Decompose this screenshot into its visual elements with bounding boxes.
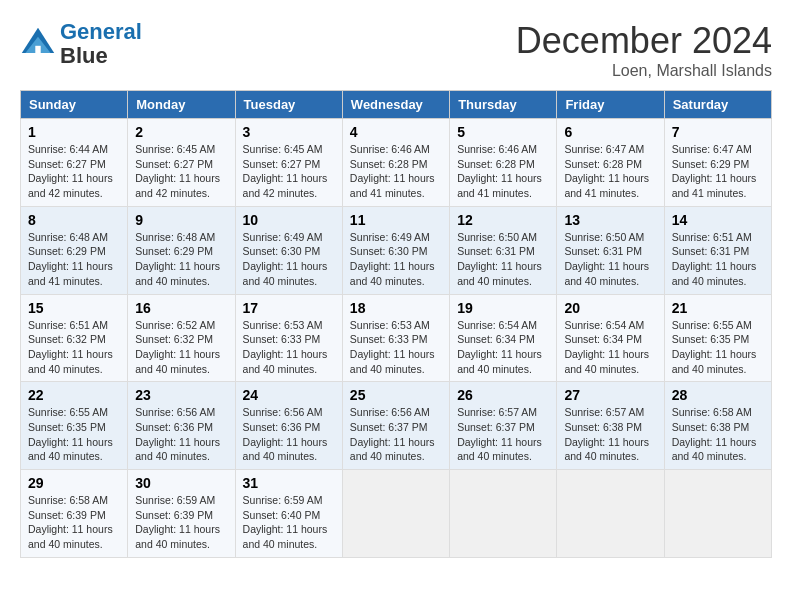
- calendar-week-row: 29 Sunrise: 6:58 AM Sunset: 6:39 PM Dayl…: [21, 470, 772, 558]
- calendar-week-row: 1 Sunrise: 6:44 AM Sunset: 6:27 PM Dayli…: [21, 119, 772, 207]
- day-info: Sunrise: 6:47 AM Sunset: 6:29 PM Dayligh…: [672, 142, 764, 201]
- day-number: 5: [457, 124, 549, 140]
- day-number: 14: [672, 212, 764, 228]
- calendar-cell: [557, 470, 664, 558]
- location: Loen, Marshall Islands: [516, 62, 772, 80]
- calendar-cell: 22 Sunrise: 6:55 AM Sunset: 6:35 PM Dayl…: [21, 382, 128, 470]
- weekday-header-cell: Friday: [557, 91, 664, 119]
- day-info: Sunrise: 6:55 AM Sunset: 6:35 PM Dayligh…: [672, 318, 764, 377]
- day-number: 2: [135, 124, 227, 140]
- weekday-header-row: SundayMondayTuesdayWednesdayThursdayFrid…: [21, 91, 772, 119]
- calendar-cell: 3 Sunrise: 6:45 AM Sunset: 6:27 PM Dayli…: [235, 119, 342, 207]
- calendar-cell: 11 Sunrise: 6:49 AM Sunset: 6:30 PM Dayl…: [342, 206, 449, 294]
- page-header: General Blue December 2024 Loen, Marshal…: [20, 20, 772, 80]
- calendar-cell: 12 Sunrise: 6:50 AM Sunset: 6:31 PM Dayl…: [450, 206, 557, 294]
- day-info: Sunrise: 6:46 AM Sunset: 6:28 PM Dayligh…: [350, 142, 442, 201]
- calendar-cell: 9 Sunrise: 6:48 AM Sunset: 6:29 PM Dayli…: [128, 206, 235, 294]
- day-number: 19: [457, 300, 549, 316]
- day-number: 16: [135, 300, 227, 316]
- calendar-week-row: 15 Sunrise: 6:51 AM Sunset: 6:32 PM Dayl…: [21, 294, 772, 382]
- logo-line2: Blue: [60, 44, 142, 68]
- month-title: December 2024: [516, 20, 772, 62]
- day-info: Sunrise: 6:53 AM Sunset: 6:33 PM Dayligh…: [350, 318, 442, 377]
- day-info: Sunrise: 6:56 AM Sunset: 6:37 PM Dayligh…: [350, 405, 442, 464]
- day-number: 26: [457, 387, 549, 403]
- title-section: December 2024 Loen, Marshall Islands: [516, 20, 772, 80]
- day-info: Sunrise: 6:57 AM Sunset: 6:37 PM Dayligh…: [457, 405, 549, 464]
- day-number: 20: [564, 300, 656, 316]
- calendar-cell: 20 Sunrise: 6:54 AM Sunset: 6:34 PM Dayl…: [557, 294, 664, 382]
- calendar-cell: 8 Sunrise: 6:48 AM Sunset: 6:29 PM Dayli…: [21, 206, 128, 294]
- day-info: Sunrise: 6:58 AM Sunset: 6:39 PM Dayligh…: [28, 493, 120, 552]
- calendar-cell: [450, 470, 557, 558]
- day-info: Sunrise: 6:55 AM Sunset: 6:35 PM Dayligh…: [28, 405, 120, 464]
- calendar-cell: 4 Sunrise: 6:46 AM Sunset: 6:28 PM Dayli…: [342, 119, 449, 207]
- day-info: Sunrise: 6:48 AM Sunset: 6:29 PM Dayligh…: [135, 230, 227, 289]
- day-number: 28: [672, 387, 764, 403]
- day-number: 3: [243, 124, 335, 140]
- calendar-cell: 13 Sunrise: 6:50 AM Sunset: 6:31 PM Dayl…: [557, 206, 664, 294]
- day-number: 21: [672, 300, 764, 316]
- calendar-cell: 25 Sunrise: 6:56 AM Sunset: 6:37 PM Dayl…: [342, 382, 449, 470]
- day-number: 7: [672, 124, 764, 140]
- calendar-cell: [664, 470, 771, 558]
- logo-line1: General: [60, 19, 142, 44]
- calendar-table: SundayMondayTuesdayWednesdayThursdayFrid…: [20, 90, 772, 558]
- day-number: 30: [135, 475, 227, 491]
- calendar-cell: 19 Sunrise: 6:54 AM Sunset: 6:34 PM Dayl…: [450, 294, 557, 382]
- weekday-header-cell: Saturday: [664, 91, 771, 119]
- day-info: Sunrise: 6:52 AM Sunset: 6:32 PM Dayligh…: [135, 318, 227, 377]
- calendar-cell: 30 Sunrise: 6:59 AM Sunset: 6:39 PM Dayl…: [128, 470, 235, 558]
- day-number: 25: [350, 387, 442, 403]
- calendar-cell: [342, 470, 449, 558]
- day-info: Sunrise: 6:49 AM Sunset: 6:30 PM Dayligh…: [243, 230, 335, 289]
- svg-rect-2: [35, 46, 40, 53]
- logo-icon: [20, 26, 56, 62]
- day-number: 10: [243, 212, 335, 228]
- day-info: Sunrise: 6:57 AM Sunset: 6:38 PM Dayligh…: [564, 405, 656, 464]
- calendar-body: 1 Sunrise: 6:44 AM Sunset: 6:27 PM Dayli…: [21, 119, 772, 558]
- day-number: 6: [564, 124, 656, 140]
- weekday-header-cell: Sunday: [21, 91, 128, 119]
- day-number: 4: [350, 124, 442, 140]
- day-info: Sunrise: 6:46 AM Sunset: 6:28 PM Dayligh…: [457, 142, 549, 201]
- day-number: 17: [243, 300, 335, 316]
- calendar-cell: 24 Sunrise: 6:56 AM Sunset: 6:36 PM Dayl…: [235, 382, 342, 470]
- calendar-week-row: 22 Sunrise: 6:55 AM Sunset: 6:35 PM Dayl…: [21, 382, 772, 470]
- day-info: Sunrise: 6:45 AM Sunset: 6:27 PM Dayligh…: [135, 142, 227, 201]
- day-number: 23: [135, 387, 227, 403]
- weekday-header-cell: Thursday: [450, 91, 557, 119]
- day-info: Sunrise: 6:58 AM Sunset: 6:38 PM Dayligh…: [672, 405, 764, 464]
- day-info: Sunrise: 6:54 AM Sunset: 6:34 PM Dayligh…: [564, 318, 656, 377]
- day-number: 8: [28, 212, 120, 228]
- day-info: Sunrise: 6:50 AM Sunset: 6:31 PM Dayligh…: [457, 230, 549, 289]
- day-info: Sunrise: 6:50 AM Sunset: 6:31 PM Dayligh…: [564, 230, 656, 289]
- calendar-cell: 29 Sunrise: 6:58 AM Sunset: 6:39 PM Dayl…: [21, 470, 128, 558]
- weekday-header-cell: Tuesday: [235, 91, 342, 119]
- calendar-cell: 23 Sunrise: 6:56 AM Sunset: 6:36 PM Dayl…: [128, 382, 235, 470]
- day-number: 15: [28, 300, 120, 316]
- calendar-cell: 5 Sunrise: 6:46 AM Sunset: 6:28 PM Dayli…: [450, 119, 557, 207]
- day-info: Sunrise: 6:49 AM Sunset: 6:30 PM Dayligh…: [350, 230, 442, 289]
- day-info: Sunrise: 6:59 AM Sunset: 6:39 PM Dayligh…: [135, 493, 227, 552]
- day-number: 12: [457, 212, 549, 228]
- calendar-cell: 26 Sunrise: 6:57 AM Sunset: 6:37 PM Dayl…: [450, 382, 557, 470]
- day-number: 11: [350, 212, 442, 228]
- day-info: Sunrise: 6:45 AM Sunset: 6:27 PM Dayligh…: [243, 142, 335, 201]
- calendar-cell: 18 Sunrise: 6:53 AM Sunset: 6:33 PM Dayl…: [342, 294, 449, 382]
- day-number: 24: [243, 387, 335, 403]
- weekday-header-cell: Monday: [128, 91, 235, 119]
- day-number: 31: [243, 475, 335, 491]
- calendar-cell: 28 Sunrise: 6:58 AM Sunset: 6:38 PM Dayl…: [664, 382, 771, 470]
- day-info: Sunrise: 6:47 AM Sunset: 6:28 PM Dayligh…: [564, 142, 656, 201]
- calendar-cell: 2 Sunrise: 6:45 AM Sunset: 6:27 PM Dayli…: [128, 119, 235, 207]
- calendar-cell: 31 Sunrise: 6:59 AM Sunset: 6:40 PM Dayl…: [235, 470, 342, 558]
- calendar-cell: 14 Sunrise: 6:51 AM Sunset: 6:31 PM Dayl…: [664, 206, 771, 294]
- day-info: Sunrise: 6:54 AM Sunset: 6:34 PM Dayligh…: [457, 318, 549, 377]
- calendar-cell: 27 Sunrise: 6:57 AM Sunset: 6:38 PM Dayl…: [557, 382, 664, 470]
- calendar-cell: 15 Sunrise: 6:51 AM Sunset: 6:32 PM Dayl…: [21, 294, 128, 382]
- weekday-header-cell: Wednesday: [342, 91, 449, 119]
- day-info: Sunrise: 6:51 AM Sunset: 6:32 PM Dayligh…: [28, 318, 120, 377]
- calendar-cell: 7 Sunrise: 6:47 AM Sunset: 6:29 PM Dayli…: [664, 119, 771, 207]
- day-info: Sunrise: 6:53 AM Sunset: 6:33 PM Dayligh…: [243, 318, 335, 377]
